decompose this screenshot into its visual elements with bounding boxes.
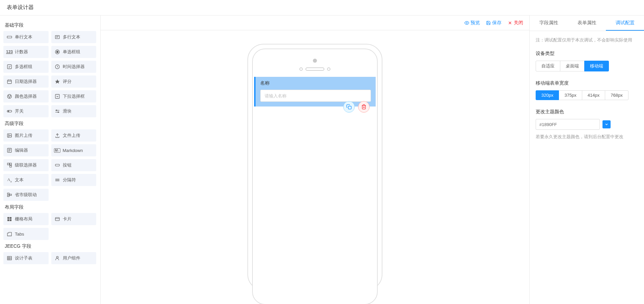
field-item-divider[interactable]: 分隔符 — [51, 174, 97, 186]
save-label: 保存 — [492, 20, 502, 26]
svg-point-15 — [10, 96, 11, 96]
svg-rect-31 — [7, 163, 9, 165]
field-item-textarea[interactable]: 多行文本 — [51, 31, 97, 43]
toolbar: 预览 保存 关闭 — [101, 16, 529, 30]
tab-1[interactable]: 表单属性 — [568, 16, 606, 31]
field-item-select[interactable]: 下拉选择框 — [51, 90, 97, 102]
divider-icon — [55, 177, 60, 183]
svg-rect-40 — [7, 193, 9, 194]
checkbox-icon — [7, 64, 12, 69]
device-type-option[interactable]: 移动端 — [584, 61, 609, 71]
device-type-option[interactable]: 桌面端 — [560, 61, 585, 71]
textarea-icon — [55, 34, 60, 40]
field-item-label: 多选框组 — [15, 64, 32, 70]
field-item-button[interactable]: 按钮 — [51, 159, 97, 171]
preview-button[interactable]: 预览 — [464, 20, 480, 26]
mobile-width-option[interactable]: 414px — [582, 90, 605, 100]
field-item-label: 分隔符 — [63, 177, 76, 183]
field-item-label: 文本 — [15, 177, 24, 183]
field-item-card[interactable]: 卡片 — [51, 213, 97, 225]
field-item-switch[interactable]: 开关 — [3, 105, 49, 117]
field-item-label: 单行文本 — [15, 34, 32, 40]
svg-rect-48 — [10, 219, 11, 221]
center-panel: 预览 保存 关闭 — [101, 16, 529, 304]
svg-rect-6 — [7, 65, 11, 69]
device-type-group: 自适应桌面端移动端 — [536, 61, 638, 71]
number-icon: 123 — [7, 49, 12, 55]
field-item-label: 多行文本 — [63, 34, 80, 40]
save-button[interactable]: 保存 — [486, 20, 502, 26]
svg-marker-12 — [55, 79, 59, 84]
svg-point-14 — [8, 96, 9, 96]
field-item-star[interactable]: 评分 — [51, 75, 97, 88]
section-title-jeecg: JEECG 字段 — [3, 240, 96, 252]
svg-rect-36 — [55, 164, 59, 166]
eye-icon — [464, 21, 469, 25]
section-title-layout: 布局字段 — [3, 201, 96, 213]
star-icon — [55, 79, 60, 84]
field-item-number[interactable]: 123计数器 — [3, 46, 49, 58]
close-button[interactable]: 关闭 — [508, 20, 523, 26]
field-item-image[interactable]: 图片上传 — [3, 129, 49, 142]
region-icon — [7, 192, 12, 197]
field-item-input[interactable]: 单行文本 — [3, 31, 49, 43]
form-field-selected[interactable]: 名称 — [254, 77, 376, 107]
form-field-label: 名称 — [260, 80, 371, 86]
date-icon — [7, 79, 12, 84]
field-item-checkbox[interactable]: 多选框组 — [3, 61, 49, 73]
device-type-option[interactable]: 自适应 — [536, 61, 560, 71]
mobile-width-option[interactable]: 320px — [536, 90, 559, 100]
tab-0[interactable]: 字段属性 — [530, 16, 568, 31]
mobile-width-option[interactable]: 768px — [605, 90, 628, 100]
user-icon — [55, 255, 60, 261]
field-item-date[interactable]: 日期选择器 — [3, 75, 49, 88]
field-item-markdown[interactable]: M↓Markdown — [51, 144, 97, 156]
name-input[interactable] — [260, 90, 371, 102]
phone-sensor-dot-icon — [299, 67, 303, 71]
save-icon — [486, 21, 491, 25]
field-item-label: 级联选择器 — [15, 162, 37, 168]
time-icon — [55, 64, 60, 69]
right-panel: 字段属性表单属性调试配置 注：调试配置仅用于本次调试，不会影响实际使用 设备类型… — [529, 16, 644, 304]
svg-rect-46 — [10, 217, 11, 219]
tab-2[interactable]: 调试配置 — [606, 16, 644, 31]
field-item-label: 单选框组 — [63, 49, 80, 55]
field-item-slider[interactable]: 滑块 — [51, 105, 97, 117]
device-type-label: 设备类型 — [536, 51, 638, 57]
field-item-label: 颜色选择器 — [15, 93, 37, 99]
preview-label: 预览 — [471, 20, 480, 26]
field-item-text[interactable]: Aa文本 — [3, 174, 49, 186]
radio-icon — [55, 49, 60, 55]
field-item-grid[interactable]: 栅格布局 — [3, 213, 49, 225]
config-note: 注：调试配置仅用于本次调试，不会影响实际使用 — [536, 37, 638, 43]
card-icon — [55, 216, 60, 222]
field-item-user[interactable]: 用户组件 — [51, 252, 97, 264]
field-item-upload[interactable]: 文件上传 — [51, 129, 97, 142]
delete-field-button[interactable] — [358, 101, 370, 113]
copy-field-button[interactable] — [343, 101, 355, 113]
copy-icon — [346, 104, 352, 110]
theme-color-input[interactable] — [536, 119, 600, 130]
field-grid-advanced: 图片上传文件上传编辑器M↓Markdown级联选择器按钮Aa文本分隔符省市级联动 — [3, 129, 96, 201]
field-item-editor[interactable]: 编辑器 — [3, 144, 49, 156]
field-item-label: 开关 — [15, 108, 24, 114]
mobile-width-option[interactable]: 375px — [559, 90, 582, 100]
field-item-time[interactable]: 时间选择器 — [51, 61, 97, 73]
switch-icon — [7, 109, 12, 114]
color-picker-button[interactable] — [602, 120, 611, 128]
field-item-cascade[interactable]: 级联选择器 — [3, 159, 49, 171]
field-item-label: 时间选择器 — [63, 64, 85, 70]
field-item-color[interactable]: 颜色选择器 — [3, 90, 49, 102]
color-icon — [7, 94, 12, 99]
svg-rect-0 — [7, 36, 11, 38]
svg-rect-45 — [7, 217, 9, 219]
field-item-tabs[interactable]: Tabs — [3, 228, 49, 240]
phone-frame: 名称 — [247, 44, 382, 291]
field-item-subtable[interactable]: 设计子表 — [3, 252, 49, 264]
field-item-label: 卡片 — [63, 216, 72, 222]
theme-color-label: 更改主题颜色 — [536, 109, 638, 115]
field-item-region[interactable]: 省市级联动 — [3, 189, 49, 201]
svg-line-44 — [9, 195, 9, 196]
field-item-radio[interactable]: 单选框组 — [51, 46, 97, 58]
canvas-area[interactable]: 名称 — [101, 30, 529, 304]
